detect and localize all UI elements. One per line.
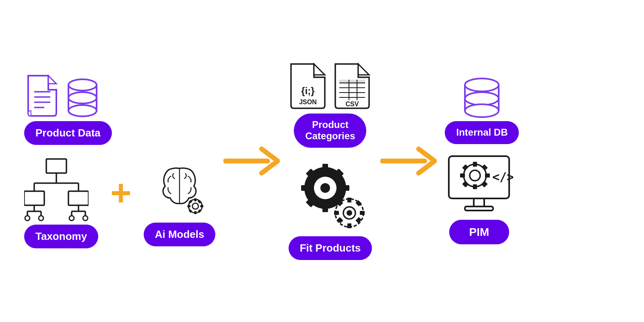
svg-text:CSV: CSV bbox=[346, 101, 359, 107]
fit-products-badge: Fit Products bbox=[289, 236, 372, 260]
diagram: Product Data bbox=[0, 0, 644, 322]
file-icons: {i;} JSON CSV bbox=[288, 62, 372, 110]
json-file-icon: {i;} JSON bbox=[288, 62, 328, 110]
database-icon-left bbox=[64, 78, 101, 118]
left-block: Product Data bbox=[24, 74, 215, 248]
svg-point-49 bbox=[320, 183, 330, 193]
svg-point-24 bbox=[69, 216, 74, 221]
svg-point-71 bbox=[465, 104, 499, 117]
ai-models-badge: Ai Models bbox=[144, 223, 216, 246]
arrow-1 bbox=[215, 145, 288, 177]
pim-badge: PIM bbox=[449, 220, 510, 245]
svg-text:{i;}: {i;} bbox=[301, 85, 315, 96]
svg-rect-32 bbox=[200, 205, 204, 207]
gears-processing-icon bbox=[290, 152, 370, 232]
svg-text:JSON: JSON bbox=[299, 99, 317, 105]
arrow-2 bbox=[372, 145, 445, 177]
svg-point-25 bbox=[83, 216, 88, 221]
product-categories-group: {i;} JSON CSV Product bbox=[288, 62, 372, 148]
svg-rect-62 bbox=[347, 223, 351, 228]
product-data-group: Product Data bbox=[24, 74, 112, 145]
taxonomy-group: Taxonomy bbox=[24, 157, 98, 248]
svg-rect-80 bbox=[485, 173, 490, 178]
internal-db-group: Internal DB bbox=[445, 78, 519, 144]
svg-rect-52 bbox=[301, 185, 308, 191]
svg-point-60 bbox=[347, 210, 352, 216]
svg-point-4 bbox=[68, 79, 97, 91]
product-categories-badge: ProductCategories bbox=[294, 114, 366, 148]
right-block: Internal DB bbox=[445, 78, 519, 244]
svg-rect-53 bbox=[342, 185, 349, 191]
svg-point-19 bbox=[39, 216, 43, 221]
svg-rect-51 bbox=[322, 205, 328, 212]
svg-rect-31 bbox=[188, 205, 191, 207]
svg-rect-12 bbox=[24, 191, 44, 205]
document-icon bbox=[24, 74, 60, 118]
product-data-icons bbox=[24, 74, 101, 118]
taxonomy-icon bbox=[24, 157, 89, 221]
internal-db-badge: Internal DB bbox=[445, 121, 519, 144]
svg-rect-64 bbox=[360, 211, 365, 215]
svg-point-5 bbox=[68, 92, 97, 103]
svg-rect-74 bbox=[465, 206, 493, 211]
taxonomy-badge: Taxonomy bbox=[24, 225, 98, 248]
svg-rect-79 bbox=[460, 173, 465, 178]
svg-text:</>: </> bbox=[492, 170, 513, 184]
database-icon-right bbox=[460, 78, 504, 118]
svg-point-18 bbox=[25, 216, 30, 221]
csv-file-icon: CSV bbox=[332, 62, 372, 110]
taxonomy-ai-group: Taxonomy + bbox=[24, 157, 215, 248]
product-data-badge: Product Data bbox=[24, 121, 112, 145]
svg-rect-61 bbox=[347, 198, 351, 202]
svg-rect-77 bbox=[473, 162, 477, 167]
svg-rect-13 bbox=[68, 191, 89, 205]
pim-group: </> PIM bbox=[445, 152, 513, 245]
svg-point-6 bbox=[68, 105, 97, 116]
svg-rect-78 bbox=[473, 184, 477, 189]
svg-rect-30 bbox=[194, 211, 197, 214]
svg-point-28 bbox=[192, 203, 198, 209]
svg-rect-29 bbox=[194, 198, 197, 202]
center-block: {i;} JSON CSV Product bbox=[288, 62, 372, 260]
ai-models-group: Ai Models bbox=[144, 159, 216, 246]
svg-rect-50 bbox=[322, 164, 328, 171]
svg-point-69 bbox=[465, 78, 499, 91]
svg-point-76 bbox=[470, 170, 480, 181]
pim-monitor-icon: </> bbox=[445, 152, 513, 217]
svg-rect-45 bbox=[339, 80, 365, 84]
brain-gear-icon bbox=[149, 159, 210, 219]
svg-rect-63 bbox=[334, 211, 339, 215]
plus-sign: + bbox=[110, 175, 132, 231]
svg-point-70 bbox=[465, 92, 499, 105]
svg-rect-7 bbox=[46, 159, 66, 173]
